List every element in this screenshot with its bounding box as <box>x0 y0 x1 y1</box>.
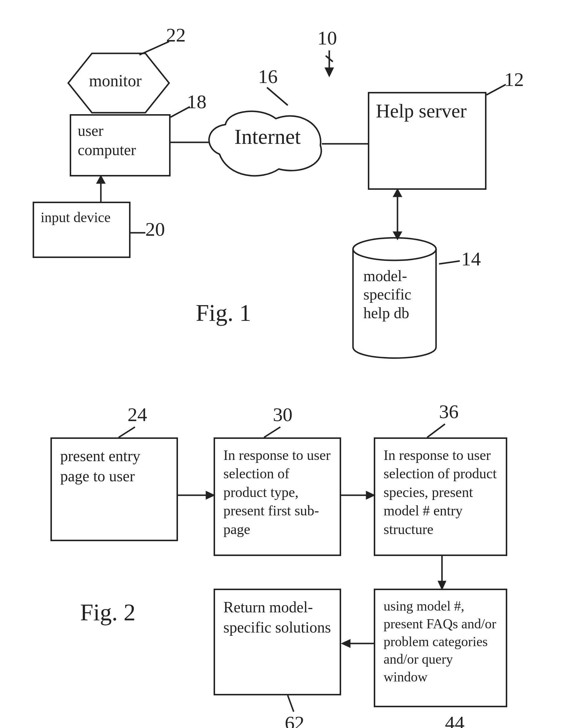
internet-label: Internet <box>234 125 301 149</box>
svg-marker-5 <box>97 177 104 183</box>
ref-24-leader <box>119 427 136 439</box>
ref-62: 62 <box>285 712 304 728</box>
ref-36: 36 <box>439 400 459 423</box>
monitor-label: monitor <box>89 71 142 90</box>
arrow-44-62 <box>341 638 375 649</box>
arrow-30-36 <box>341 489 375 501</box>
svg-line-21 <box>264 427 280 437</box>
svg-marker-29 <box>439 581 445 589</box>
svg-line-9 <box>486 84 506 95</box>
svg-point-13 <box>353 238 436 260</box>
ref-16-leader <box>267 86 294 107</box>
step-62-box: Return model-specific solutions <box>213 589 341 695</box>
db-label: model-specific help db <box>363 267 429 322</box>
svg-line-20 <box>119 427 135 437</box>
arrow-server-db <box>391 190 403 240</box>
input-device-box: input device <box>33 202 130 258</box>
svg-marker-27 <box>366 492 374 498</box>
step-44-label: using model #, present FAQs and/or probl… <box>383 598 496 684</box>
svg-marker-18 <box>394 190 401 196</box>
step-44-box: using model #, present FAQs and/or probl… <box>374 589 507 707</box>
arrow-36-44 <box>436 556 448 590</box>
help-server-box: Help server <box>368 92 486 190</box>
user-computer-box: user computer <box>70 114 171 177</box>
ref-36-leader <box>427 424 448 439</box>
step-24-box: present entry page to user <box>50 437 178 541</box>
arrow-input-to-user <box>95 177 107 203</box>
ref-10: 10 <box>318 27 337 49</box>
ref-10-arrow <box>323 50 335 77</box>
svg-line-6 <box>267 87 288 105</box>
ref-24: 24 <box>128 403 147 426</box>
svg-line-23 <box>288 695 294 712</box>
svg-line-16 <box>439 261 460 264</box>
link-internet-server <box>322 141 368 147</box>
ref-44: 44 <box>445 712 464 728</box>
figure1-caption: Fig. 1 <box>196 300 251 327</box>
link-user-internet <box>171 139 209 145</box>
figure2-caption: Fig. 2 <box>80 599 135 626</box>
step-62-label: Return model-specific solutions <box>223 599 331 636</box>
step-36-label: In response to user selection of product… <box>383 447 497 537</box>
svg-marker-31 <box>343 640 350 647</box>
ref-62-leader <box>285 695 297 713</box>
ref-14: 14 <box>461 248 481 270</box>
step-24-label: present entry page to user <box>60 447 140 485</box>
ref-20: 20 <box>145 218 165 240</box>
svg-marker-25 <box>206 492 213 498</box>
svg-marker-19 <box>394 232 401 239</box>
page: monitor 22 user computer 18 input device… <box>0 0 582 728</box>
ref-22: 22 <box>166 24 186 46</box>
ref-30-leader <box>264 427 282 439</box>
ref-16: 16 <box>258 65 278 88</box>
ref-14-leader <box>439 258 463 270</box>
user-computer-label: user computer <box>78 122 136 158</box>
step-36-box: In response to user selection of product… <box>374 437 507 556</box>
svg-marker-11 <box>326 68 333 76</box>
input-device-label: input device <box>41 209 111 225</box>
step-30-box: In response to user selection of product… <box>213 437 341 556</box>
svg-line-22 <box>427 424 445 437</box>
help-server-label: Help server <box>376 100 466 122</box>
step-30-label: In response to user selection of product… <box>223 447 330 537</box>
ref-30: 30 <box>273 403 293 426</box>
ref-12: 12 <box>504 68 524 91</box>
arrow-24-30 <box>178 489 215 501</box>
svg-line-1 <box>140 42 169 55</box>
